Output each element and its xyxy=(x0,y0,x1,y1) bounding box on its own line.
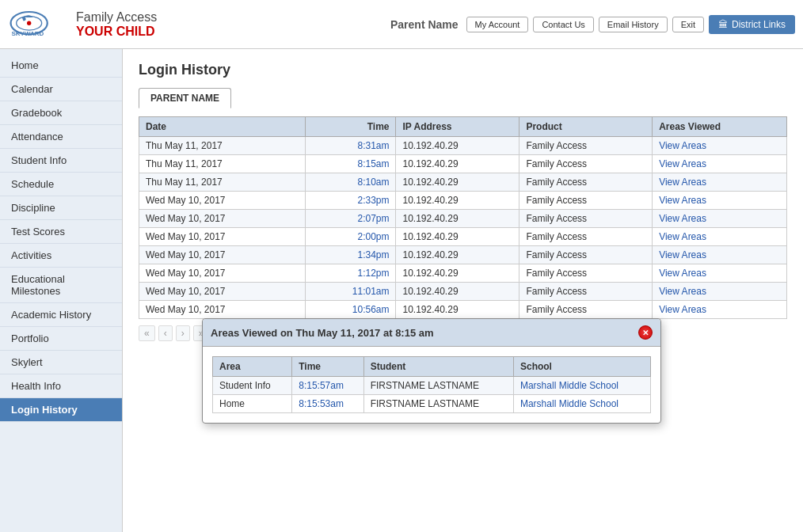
view-areas-link[interactable]: View Areas xyxy=(659,268,706,279)
view-areas-link[interactable]: View Areas xyxy=(659,231,706,242)
table-row: Wed May 10, 2017 2:00pm 10.192.40.29 Fam… xyxy=(139,228,787,246)
sidebar-item-portfolio[interactable]: Portfolio xyxy=(0,327,122,351)
modal-cell-school: Marshall Middle School xyxy=(513,395,650,413)
cell-time: 8:15am xyxy=(306,155,396,173)
view-areas-link[interactable]: View Areas xyxy=(659,158,706,169)
tab-parent-name[interactable]: PARENT NAME xyxy=(139,88,231,108)
cell-areas: View Areas xyxy=(653,192,787,210)
modal-box: Areas Viewed on Thu May 11, 2017 at 8:15… xyxy=(202,318,661,424)
view-areas-link[interactable]: View Areas xyxy=(659,213,706,224)
sidebar-item-calendar[interactable]: Calendar xyxy=(0,78,122,101)
cell-date: Wed May 10, 2017 xyxy=(139,301,306,319)
contact-us-button[interactable]: Contact Us xyxy=(533,17,593,32)
cell-ip: 10.192.40.29 xyxy=(396,228,519,246)
sidebar-item-attendance[interactable]: Attendance xyxy=(0,125,122,149)
cell-ip: 10.192.40.29 xyxy=(396,192,519,210)
sidebar-item-student-info[interactable]: Student Info xyxy=(0,149,122,173)
modal-cell-student: FIRSTNAME LASTNAME xyxy=(363,395,513,413)
cell-ip: 10.192.40.29 xyxy=(396,246,519,264)
cell-ip: 10.192.40.29 xyxy=(396,301,519,319)
cell-date: Wed May 10, 2017 xyxy=(139,283,306,301)
cell-ip: 10.192.40.29 xyxy=(396,264,519,283)
district-links-button[interactable]: 🏛 District Links xyxy=(709,15,795,34)
cell-areas: View Areas xyxy=(653,246,787,264)
cell-date: Wed May 10, 2017 xyxy=(139,264,306,283)
parent-name-label: Parent Name xyxy=(390,18,459,31)
tab-bar: PARENT NAME xyxy=(139,88,787,108)
cell-product: Family Access xyxy=(519,246,653,264)
cell-time: 8:31am xyxy=(306,137,396,155)
table-row: Wed May 10, 2017 1:12pm 10.192.40.29 Fam… xyxy=(139,264,787,283)
email-history-button[interactable]: Email History xyxy=(599,17,668,32)
view-areas-link[interactable]: View Areas xyxy=(659,177,706,188)
table-row: Wed May 10, 2017 2:07pm 10.192.40.29 Fam… xyxy=(139,210,787,228)
pagination-next[interactable]: › xyxy=(176,325,190,341)
table-row: Wed May 10, 2017 1:34pm 10.192.40.29 Fam… xyxy=(139,246,787,264)
cell-time: 2:07pm xyxy=(306,210,396,228)
modal-cell-area: Home xyxy=(213,395,292,413)
modal-col-school: School xyxy=(513,357,650,377)
table-row: Thu May 11, 2017 8:10am 10.192.40.29 Fam… xyxy=(139,173,787,192)
cell-product: Family Access xyxy=(519,228,653,246)
cell-date: Thu May 11, 2017 xyxy=(139,155,306,173)
modal-title: Areas Viewed on Thu May 11, 2017 at 8:15… xyxy=(211,327,434,339)
cell-time: 10:56am xyxy=(306,301,396,319)
app-title-main: Family Access xyxy=(76,10,157,25)
cell-product: Family Access xyxy=(519,301,653,319)
cell-areas: View Areas xyxy=(653,137,787,155)
modal-col-time: Time xyxy=(292,357,363,377)
sidebar-item-activities[interactable]: Activities xyxy=(0,244,122,268)
my-account-button[interactable]: My Account xyxy=(466,17,529,32)
table-row: Thu May 11, 2017 8:31am 10.192.40.29 Fam… xyxy=(139,137,787,155)
modal-cell-school: Marshall Middle School xyxy=(513,377,650,395)
cell-areas: View Areas xyxy=(653,283,787,301)
cell-time: 8:10am xyxy=(306,173,396,192)
col-header-date: Date xyxy=(139,117,306,137)
pagination-prev[interactable]: ‹ xyxy=(158,325,173,341)
district-links-icon: 🏛 xyxy=(718,19,728,30)
cell-time: 2:00pm xyxy=(306,228,396,246)
table-row: Wed May 10, 2017 10:56am 10.192.40.29 Fa… xyxy=(139,301,787,319)
modal-cell-student: FIRSTNAME LASTNAME xyxy=(363,377,513,395)
cell-areas: View Areas xyxy=(653,228,787,246)
modal-header-row: Area Time Student School xyxy=(213,357,651,377)
modal-cell-time: 8:15:57am xyxy=(292,377,363,395)
top-nav: SKYWARD Family Access YOUR CHILD Parent … xyxy=(0,0,803,49)
cell-product: Family Access xyxy=(519,155,653,173)
cell-ip: 10.192.40.29 xyxy=(396,155,519,173)
sidebar-item-test-scores[interactable]: Test Scores xyxy=(0,220,122,244)
col-header-time: Time xyxy=(306,117,396,137)
cell-product: Family Access xyxy=(519,192,653,210)
sidebar-item-login-history[interactable]: Login History xyxy=(0,398,122,422)
sidebar-item-health-info[interactable]: Health Info xyxy=(0,374,122,398)
modal-body: Area Time Student School Student Info 8:… xyxy=(203,347,660,423)
skyward-logo: SKYWARD xyxy=(8,10,71,40)
cell-time: 11:01am xyxy=(306,283,396,301)
view-areas-link[interactable]: View Areas xyxy=(659,195,706,206)
cell-ip: 10.192.40.29 xyxy=(396,210,519,228)
view-areas-link[interactable]: View Areas xyxy=(659,286,706,297)
cell-product: Family Access xyxy=(519,210,653,228)
cell-product: Family Access xyxy=(519,264,653,283)
sidebar-item-skylert[interactable]: Skylert xyxy=(0,351,122,374)
cell-areas: View Areas xyxy=(653,210,787,228)
top-nav-left: SKYWARD Family Access YOUR CHILD xyxy=(8,10,157,40)
view-areas-link[interactable]: View Areas xyxy=(659,140,706,151)
sidebar-item-discipline[interactable]: Discipline xyxy=(0,196,122,220)
exit-button[interactable]: Exit xyxy=(672,17,704,32)
view-areas-link[interactable]: View Areas xyxy=(659,304,706,315)
cell-time: 2:33pm xyxy=(306,192,396,210)
cell-ip: 10.192.40.29 xyxy=(396,283,519,301)
sidebar-item-educational-milestones[interactable]: Educational Milestones xyxy=(0,268,122,303)
content-area: Login History PARENT NAME Date Time IP A… xyxy=(123,49,803,532)
sidebar-item-schedule[interactable]: Schedule xyxy=(0,173,122,196)
pagination-first[interactable]: « xyxy=(139,325,155,341)
col-header-areas: Areas Viewed xyxy=(653,117,787,137)
svg-point-3 xyxy=(27,21,31,25)
sidebar-item-home[interactable]: Home xyxy=(0,54,122,78)
modal-close-button[interactable]: ✕ xyxy=(638,325,653,340)
login-table: Date Time IP Address Product Areas Viewe… xyxy=(139,116,787,319)
sidebar-item-gradebook[interactable]: Gradebook xyxy=(0,101,122,125)
sidebar-item-academic-history[interactable]: Academic History xyxy=(0,303,122,327)
view-areas-link[interactable]: View Areas xyxy=(659,249,706,260)
